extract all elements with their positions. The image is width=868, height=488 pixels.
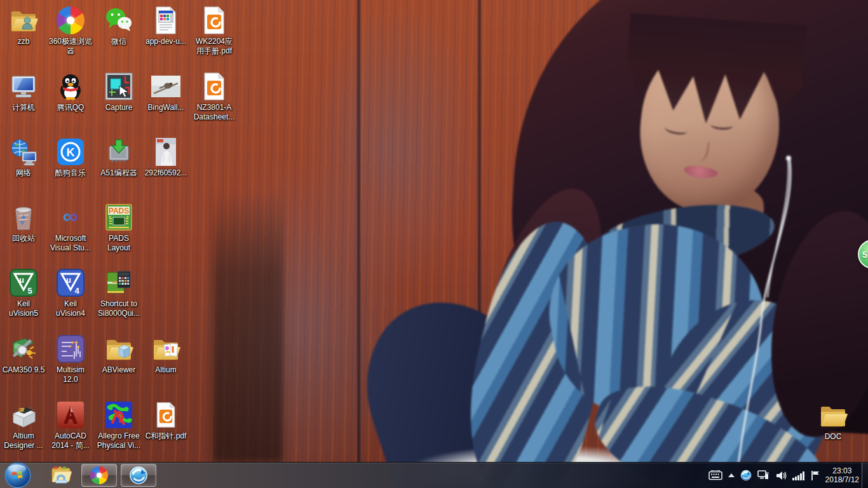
foxit-pdf-icon bbox=[143, 400, 189, 430]
desktop-icon-label: WK2204应 用手册.pdf bbox=[191, 37, 237, 56]
clock-time: 23:03 bbox=[825, 466, 859, 475]
desktop-icon-label: DOC bbox=[810, 432, 856, 442]
desktop-icon-si8000-shortcut[interactable]: Shortcut to Si8000Qui... bbox=[96, 268, 142, 318]
keil5-icon: μ 5 bbox=[1, 268, 46, 298]
clock-date: 2018/7/12 bbox=[825, 475, 859, 484]
desktop-icon-altium-folder[interactable]: Altium bbox=[143, 334, 189, 375]
desktop-icon-visual-studio[interactable]: ∞ Microsoft Visual Stu... bbox=[48, 202, 93, 253]
altium-designer-icon bbox=[1, 400, 46, 430]
desktop-icon-label: app-dev-u... bbox=[143, 37, 189, 46]
visual-studio-infinity-icon: ∞ bbox=[48, 202, 93, 233]
desktop-icon-app-dev-doc[interactable]: app-dev-u... bbox=[143, 5, 189, 46]
desktop-icon-kugou-music[interactable]: K 酷狗音乐 bbox=[48, 137, 93, 178]
taskbar-360se-browser-button[interactable] bbox=[121, 464, 156, 487]
capture-icon bbox=[96, 71, 142, 102]
desktop-icon-abviewer[interactable]: ABViewer bbox=[96, 334, 142, 375]
desktop-icon-wechat[interactable]: 微信 bbox=[96, 5, 142, 46]
browser-tray-icon[interactable] bbox=[740, 470, 752, 481]
desktop-icon-label: zzb bbox=[1, 37, 46, 46]
desktop-icon-label: CAM350 9.5 bbox=[1, 365, 46, 375]
foxit-pdf-icon bbox=[191, 71, 237, 102]
desktop-icon-network[interactable]: 网络 bbox=[1, 137, 46, 178]
allegro-icon bbox=[96, 400, 142, 430]
taskbar-explorer-button[interactable] bbox=[44, 464, 78, 486]
desktop-icon-cam350[interactable]: CAM350 9.5 bbox=[1, 334, 46, 375]
folder-user-icon bbox=[1, 5, 46, 36]
desktop-icon-recycle-bin[interactable]: 回收站 bbox=[1, 202, 46, 243]
desktop-icon-label: AutoCAD 2014 - 简... bbox=[48, 431, 93, 451]
a51-chip-icon bbox=[96, 137, 142, 167]
desktop-icon-a51-programmer[interactable]: A51编程器 bbox=[96, 137, 142, 178]
recycle-bin-icon bbox=[1, 202, 46, 233]
svg-text:4: 4 bbox=[74, 286, 79, 295]
autocad-icon bbox=[48, 400, 93, 430]
desktop-icon-bingwall-photo[interactable]: BingWall... bbox=[143, 71, 189, 112]
action-center-flag-icon[interactable] bbox=[811, 470, 820, 481]
desktop-icon-altium-designer[interactable]: Altium Designer ... bbox=[1, 400, 46, 451]
taskbar-clock[interactable]: 23:03 2018/7/12 bbox=[825, 466, 859, 484]
desktop-icon-pads-layout[interactable]: PADS PADS Layout bbox=[96, 202, 142, 253]
desktop-icon-computer[interactable]: 计算机 bbox=[1, 71, 46, 112]
si8000-icon bbox=[96, 268, 142, 298]
desktop-icon-capture[interactable]: Capture bbox=[96, 71, 142, 112]
desktop-icon-label: NZ3801-A Datasheet... bbox=[191, 103, 237, 122]
desktop-icon-tencent-qq[interactable]: 腾讯QQ bbox=[48, 71, 93, 112]
network-connection-icon[interactable] bbox=[757, 470, 770, 481]
desktop-icon-label: A51编程器 bbox=[96, 168, 142, 178]
svg-text:μ: μ bbox=[19, 275, 24, 285]
show-hidden-icons-button[interactable] bbox=[728, 473, 735, 477]
foxit-pdf-icon bbox=[191, 5, 237, 36]
360-pinwheel-icon bbox=[48, 5, 93, 36]
desktop-icon-c-pointers-pdf[interactable]: C和指针.pdf bbox=[143, 400, 189, 441]
show-desktop-button[interactable] bbox=[862, 463, 868, 488]
desktop-icon-multisim[interactable]: Multisim 12.0 bbox=[48, 334, 93, 384]
svg-text:K: K bbox=[67, 146, 75, 159]
computer-icon bbox=[1, 71, 46, 102]
bitmap-doc-icon bbox=[143, 5, 189, 36]
desktop-icon-label: Keil uVision4 bbox=[48, 299, 93, 318]
folder-abviewer-icon bbox=[96, 334, 142, 364]
desktop: zzb 计算机 网络 bbox=[0, 0, 868, 488]
desktop-icon-label: 回收站 bbox=[1, 234, 46, 243]
system-tray bbox=[709, 470, 820, 481]
svg-text:5: 5 bbox=[27, 286, 32, 295]
desktop-icon-keil-uvision4[interactable]: μ 4 Keil uVision4 bbox=[48, 268, 93, 318]
desktop-icon-allegro-viewer[interactable]: Allegro Free Physical Vi... bbox=[96, 400, 142, 451]
taskbar: 23:03 2018/7/12 bbox=[0, 462, 868, 488]
svg-text:μ: μ bbox=[66, 275, 71, 285]
network-icon bbox=[1, 137, 46, 167]
pads-icon: PADS bbox=[96, 202, 142, 233]
desktop-icon-wk2204-pdf[interactable]: WK2204应 用手册.pdf bbox=[191, 5, 237, 56]
desktop-icon-label: PADS Layout bbox=[96, 234, 142, 253]
desktop-icon-label: C和指针.pdf bbox=[143, 431, 189, 441]
svg-text:PADS: PADS bbox=[109, 207, 129, 215]
desktop-icon-label: 腾讯QQ bbox=[48, 103, 93, 112]
desktop-icon-label: Altium Designer ... bbox=[1, 431, 46, 451]
desktop-icon-nz3801-pdf[interactable]: NZ3801-A Datasheet... bbox=[191, 71, 237, 122]
signal-strength-icon[interactable] bbox=[792, 471, 805, 480]
desktop-icon-label: ABViewer bbox=[96, 365, 142, 375]
360-pinwheel-icon bbox=[90, 466, 108, 484]
desktop-icon-zzb[interactable]: zzb bbox=[1, 5, 46, 46]
desktop-icon-label: Altium bbox=[143, 365, 189, 375]
desktop-icon-keil-uvision5[interactable]: μ 5 Keil uVision5 bbox=[1, 268, 46, 318]
folder-altium-icon bbox=[143, 334, 189, 364]
taskbar-360ee-browser-button[interactable] bbox=[81, 464, 117, 487]
start-button[interactable] bbox=[5, 463, 31, 488]
keil4-icon: μ 4 bbox=[48, 268, 93, 298]
volume-icon[interactable] bbox=[776, 470, 787, 481]
input-method-keyboard-icon[interactable] bbox=[709, 470, 722, 480]
qq-penguin-icon bbox=[48, 71, 93, 102]
desktop-icon-photo-292f[interactable]: 292f60592... bbox=[143, 137, 189, 178]
desktop-icon-label: BingWall... bbox=[143, 103, 189, 112]
wechat-icon bbox=[96, 5, 142, 36]
desktop-icon-label: Microsoft Visual Stu... bbox=[48, 234, 93, 253]
folder-icon bbox=[810, 400, 856, 431]
desktop-icon-label: Allegro Free Physical Vi... bbox=[96, 431, 142, 451]
desktop-icon-autocad[interactable]: AutoCAD 2014 - 简... bbox=[48, 400, 93, 451]
desktop-icon-360-browser[interactable]: 360极速浏览 器 bbox=[48, 5, 93, 56]
svg-text:∞: ∞ bbox=[63, 204, 78, 228]
multisim-icon bbox=[48, 334, 93, 364]
desktop-icon-label: 360极速浏览 器 bbox=[48, 37, 93, 56]
desktop-icon-doc-folder[interactable]: DOC bbox=[810, 400, 856, 442]
